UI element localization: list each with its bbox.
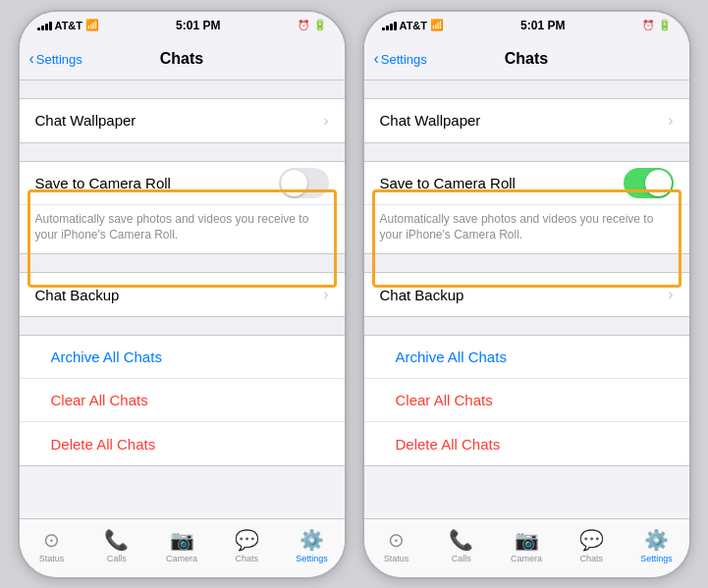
bar2 <box>41 26 44 30</box>
left-battery-icon: 🔋 <box>313 19 327 31</box>
left-toggle-switch[interactable] <box>279 168 329 198</box>
right-gap3 <box>364 254 689 272</box>
left-delete-row[interactable]: Delete All Chats <box>20 422 345 465</box>
left-phone-body: Chat Wallpaper › Save to Camera Roll <box>20 80 345 518</box>
right-tab-status-icon: ⊙ <box>388 528 405 552</box>
left-tab-chats[interactable]: 💬 Chats <box>214 528 279 563</box>
right-phone: AT&T 📶 5:01 PM ⏰ 🔋 ‹ Settings Chats <box>362 10 691 579</box>
right-signal-bars <box>382 21 397 30</box>
left-delete-label[interactable]: Delete All Chats <box>35 424 172 464</box>
left-backup-group: Chat Backup › <box>20 272 345 317</box>
left-phone-wrapper: AT&T 📶 5:01 PM ⏰ 🔋 ‹ Settings Chats <box>18 10 347 579</box>
right-archive-row[interactable]: Archive All Chats <box>364 336 689 379</box>
right-nav-title: Chats <box>505 50 548 68</box>
left-gap1 <box>20 80 345 98</box>
right-archive-label[interactable]: Archive All Chats <box>380 337 522 377</box>
right-back-label[interactable]: Settings <box>381 52 427 67</box>
left-back-chevron: ‹ <box>29 50 34 68</box>
right-alarm-icon: ⏰ <box>642 20 654 30</box>
right-tab-calls[interactable]: 📞 Calls <box>429 528 494 563</box>
left-tab-status[interactable]: ⊙ Status <box>20 528 84 563</box>
left-tab-calls[interactable]: 📞 Calls <box>84 528 149 563</box>
left-toggle-section: Save to Camera Roll Automatically save p… <box>20 161 345 255</box>
right-delete-row[interactable]: Delete All Chats <box>364 422 689 465</box>
right-time: 5:01 PM <box>520 19 565 32</box>
right-backup-row[interactable]: Chat Backup › <box>364 273 689 316</box>
bar4 <box>49 22 52 30</box>
left-gap2 <box>20 143 345 161</box>
right-tab-settings-label: Settings <box>640 554 673 563</box>
left-clear-row[interactable]: Clear All Chats <box>20 379 345 422</box>
left-clear-label[interactable]: Clear All Chats <box>35 380 164 420</box>
left-wifi-icon: 📶 <box>85 19 99 31</box>
right-wallpaper-group: Chat Wallpaper › <box>364 98 689 143</box>
left-status-left: AT&T 📶 <box>37 19 100 31</box>
right-screen: AT&T 📶 5:01 PM ⏰ 🔋 ‹ Settings Chats <box>364 12 689 577</box>
left-tab-bar: ⊙ Status 📞 Calls 📷 Camera 💬 Chats <box>20 518 345 577</box>
left-gap3 <box>20 254 345 272</box>
left-tab-status-icon: ⊙ <box>43 528 60 552</box>
right-wallpaper-row[interactable]: Chat Wallpaper › <box>364 99 689 142</box>
right-toggle-desc: Automatically save photos and videos you… <box>364 205 689 254</box>
right-delete-label[interactable]: Delete All Chats <box>380 424 517 464</box>
right-tab-camera[interactable]: 📷 Camera <box>494 528 559 563</box>
right-toggle-switch[interactable] <box>624 168 674 198</box>
left-tab-settings-icon: ⚙️ <box>300 528 324 552</box>
left-wallpaper-chevron: › <box>323 112 328 130</box>
left-tab-calls-label: Calls <box>107 554 127 563</box>
main-container: AT&T 📶 5:01 PM ⏰ 🔋 ‹ Settings Chats <box>0 0 708 588</box>
left-back-label[interactable]: Settings <box>36 52 82 67</box>
left-archive-label[interactable]: Archive All Chats <box>35 337 178 377</box>
right-tab-calls-label: Calls <box>452 554 471 563</box>
left-tab-chats-icon: 💬 <box>235 528 259 552</box>
left-tab-camera-icon: 📷 <box>170 528 194 552</box>
right-toggle-section: Save to Camera Roll Automatically save p… <box>364 161 689 255</box>
right-tab-status[interactable]: ⊙ Status <box>364 528 429 563</box>
right-tab-status-label: Status <box>384 554 409 563</box>
left-status-right: ⏰ 🔋 <box>298 19 327 31</box>
right-phone-wrapper: AT&T 📶 5:01 PM ⏰ 🔋 ‹ Settings Chats <box>362 10 691 579</box>
rbar1 <box>382 27 385 30</box>
left-wallpaper-group: Chat Wallpaper › <box>20 98 345 143</box>
right-back-button[interactable]: ‹ Settings <box>374 50 427 68</box>
left-backup-label: Chat Backup <box>35 287 324 303</box>
right-tab-calls-icon: 📞 <box>449 528 473 552</box>
left-carrier: AT&T <box>55 20 83 31</box>
right-toggle-knob <box>645 170 672 196</box>
left-toggle-knob <box>281 170 307 196</box>
left-tab-settings-label: Settings <box>296 554 328 563</box>
bar3 <box>45 24 48 30</box>
right-tab-chats[interactable]: 💬 Chats <box>559 528 624 563</box>
left-wallpaper-label: Chat Wallpaper <box>35 112 324 129</box>
right-status-right: ⏰ 🔋 <box>642 19 672 31</box>
right-toggle-row: Save to Camera Roll <box>364 162 689 205</box>
left-actions-group: Archive All Chats Clear All Chats Delete… <box>20 335 345 466</box>
right-status-left: AT&T 📶 <box>382 19 445 31</box>
left-tab-camera[interactable]: 📷 Camera <box>149 528 214 563</box>
right-carrier: AT&T <box>400 20 428 31</box>
left-backup-row[interactable]: Chat Backup › <box>20 273 345 316</box>
left-wallpaper-row[interactable]: Chat Wallpaper › <box>20 99 345 142</box>
left-backup-chevron: › <box>323 286 328 303</box>
right-wallpaper-label: Chat Wallpaper <box>380 112 669 129</box>
left-signal-bars <box>37 21 52 30</box>
right-tab-settings-icon: ⚙️ <box>644 528 669 552</box>
right-tab-settings[interactable]: ⚙️ Settings <box>624 528 688 563</box>
right-backup-chevron: › <box>668 286 673 303</box>
rbar2 <box>386 26 389 30</box>
right-battery-icon: 🔋 <box>658 19 672 31</box>
left-archive-row[interactable]: Archive All Chats <box>20 336 345 379</box>
left-back-button[interactable]: ‹ Settings <box>29 50 82 68</box>
left-tab-calls-icon: 📞 <box>104 528 129 552</box>
right-tab-chats-icon: 💬 <box>579 528 604 552</box>
left-tab-settings[interactable]: ⚙️ Settings <box>279 528 344 563</box>
right-tab-camera-icon: 📷 <box>515 528 539 552</box>
left-toggle-row: Save to Camera Roll <box>20 162 345 205</box>
right-wallpaper-chevron: › <box>668 112 673 130</box>
right-gap4 <box>364 317 689 335</box>
right-clear-label[interactable]: Clear All Chats <box>380 380 509 420</box>
left-tab-status-label: Status <box>39 554 65 563</box>
left-tab-camera-label: Camera <box>166 554 197 563</box>
rbar4 <box>394 22 397 30</box>
right-clear-row[interactable]: Clear All Chats <box>364 379 689 422</box>
